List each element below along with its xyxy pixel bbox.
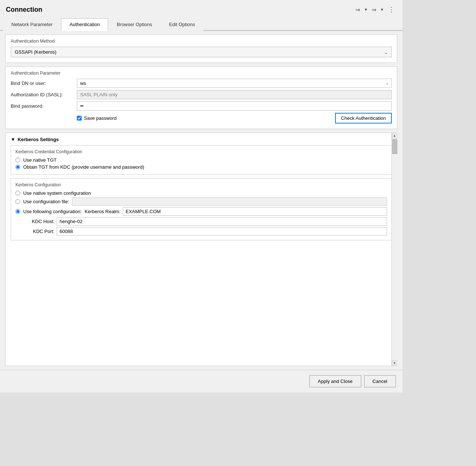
use-native-config-row[interactable]: Use native system configuration: [15, 190, 387, 196]
kdc-port-row: KDC Port:: [25, 227, 387, 236]
tab-network-parameter[interactable]: Network Parameter: [3, 18, 61, 31]
scroll-down-button[interactable]: ▼: [392, 360, 398, 366]
use-following-config-radio[interactable]: [15, 209, 20, 214]
auth-method-label: Authentication Method: [11, 39, 392, 44]
bind-dn-label: Bind DN or user:: [11, 80, 73, 86]
kerberos-title: Kerberos Settings: [18, 137, 59, 142]
back-dropdown[interactable]: ▼: [363, 6, 369, 13]
use-native-config-radio[interactable]: [15, 191, 20, 196]
auth-id-label: Authorization ID (SASL):: [11, 92, 73, 97]
tab-authentication[interactable]: Authentication: [61, 18, 108, 31]
kerberos-body: Kerberos Credential Configuration Use na…: [6, 145, 397, 245]
kdc-host-row: KDC Host:: [25, 217, 387, 226]
kdc-port-label: KDC Port:: [25, 229, 54, 234]
save-password-text: Save password: [84, 115, 117, 121]
cancel-button[interactable]: Cancel: [364, 375, 396, 387]
connection-window: Connection ⇒ ▼ ⇒ ▼ ⋮ Network Parameter A…: [0, 0, 402, 392]
window-title: Connection: [6, 6, 42, 14]
forward-dropdown[interactable]: ▼: [379, 6, 385, 13]
auth-method-dropdown-wrapper: GSSAPI (Kerberos) Simple SASL PLAIN No A…: [11, 47, 392, 57]
scroll-thumb[interactable]: [392, 139, 397, 154]
use-native-tgt-radio[interactable]: [15, 158, 20, 162]
forward-button[interactable]: ⇒: [370, 5, 378, 14]
save-password-check-label[interactable]: Save password: [77, 115, 117, 121]
apply-and-close-button[interactable]: Apply and Close: [309, 375, 361, 387]
auth-param-section: Authentication Parameter Bind DN or user…: [5, 67, 397, 129]
auth-tab-panel: Authentication Method GSSAPI (Kerberos) …: [0, 31, 402, 370]
use-native-tgt-label: Use native TGT: [23, 157, 57, 163]
kerberos-config-label: Kerberos Configuration: [15, 182, 387, 187]
use-native-tgt-row[interactable]: Use native TGT: [15, 157, 387, 163]
obtain-tgt-radio[interactable]: [15, 165, 20, 169]
scroll-track: ▲ ▼: [391, 133, 397, 366]
kdc-port-input[interactable]: [57, 227, 387, 236]
bind-password-label: Bind password:: [11, 103, 73, 109]
auth-id-input[interactable]: [77, 90, 392, 99]
bind-dn-select[interactable]: ws: [77, 79, 392, 88]
use-following-label-wrap[interactable]: Use following configuration:: [15, 209, 82, 214]
kdc-host-label: KDC Host:: [25, 219, 54, 224]
back-button[interactable]: ⇒: [354, 5, 362, 14]
credential-config-section: Kerberos Credential Configuration Use na…: [11, 145, 392, 175]
use-following-config-label: Use following configuration:: [23, 209, 82, 214]
obtain-tgt-label: Obtain TGT from KDC (provide username an…: [23, 164, 144, 170]
bind-dn-wrapper: ws ⌄: [77, 79, 392, 88]
kerberos-scroll-area: ▼ Kerberos Settings Kerberos Credential …: [5, 133, 397, 366]
kdc-fields: KDC Host: KDC Port:: [25, 217, 387, 236]
realm-label: Kerberos Realm:: [85, 209, 121, 214]
auth-param-label: Authentication Parameter: [11, 71, 392, 76]
bottom-bar: Apply and Close Cancel: [0, 370, 402, 392]
scroll-area: [392, 139, 398, 360]
use-native-config-label: Use native system configuration: [23, 190, 91, 196]
more-icon[interactable]: ⋮: [386, 4, 397, 15]
main-content: Authentication Method GSSAPI (Kerberos) …: [0, 31, 402, 370]
auth-param-grid: Bind DN or user: ws ⌄ Authorization ID (…: [11, 79, 392, 123]
kerberos-collapse-icon: ▼: [11, 137, 15, 142]
scroll-up-button[interactable]: ▲: [392, 133, 398, 139]
save-row: Save password Check Authentication: [77, 113, 392, 123]
kdc-host-input[interactable]: [57, 217, 387, 226]
title-bar-actions: ⇒ ▼ ⇒ ▼ ⋮: [354, 4, 397, 15]
realm-inline: Kerberos Realm:: [85, 207, 387, 216]
title-bar: Connection ⇒ ▼ ⇒ ▼ ⋮: [0, 0, 402, 18]
kerberos-config-section: Kerberos Configuration Use native system…: [11, 178, 392, 240]
credential-config-label: Kerberos Credential Configuration: [15, 149, 387, 154]
use-config-file-label: Use configuration file:: [23, 199, 69, 204]
realm-input[interactable]: [123, 207, 387, 216]
use-config-file-label-wrap[interactable]: Use configuration file:: [15, 199, 69, 204]
tab-browser-options[interactable]: Browser Options: [108, 18, 160, 31]
tabs-bar: Network Parameter Authentication Browser…: [0, 18, 402, 31]
save-password-checkbox[interactable]: [77, 116, 82, 121]
obtain-tgt-row[interactable]: Obtain TGT from KDC (provide username an…: [15, 164, 387, 170]
check-authentication-button[interactable]: Check Authentication: [335, 113, 392, 123]
auth-method-section: Authentication Method GSSAPI (Kerberos) …: [5, 35, 397, 63]
tab-edit-options[interactable]: Edit Options: [160, 18, 203, 31]
use-following-config-row: Use following configuration: Kerberos Re…: [15, 207, 387, 216]
kerberos-header[interactable]: ▼ Kerberos Settings: [6, 133, 397, 145]
auth-method-select[interactable]: GSSAPI (Kerberos) Simple SASL PLAIN No A…: [11, 47, 392, 57]
use-config-file-row: Use configuration file:: [15, 197, 387, 206]
config-file-input[interactable]: [72, 197, 387, 206]
use-config-file-radio[interactable]: [15, 199, 20, 204]
kerberos-section: ▼ Kerberos Settings Kerberos Credential …: [5, 133, 397, 366]
bind-password-input[interactable]: [77, 101, 392, 111]
